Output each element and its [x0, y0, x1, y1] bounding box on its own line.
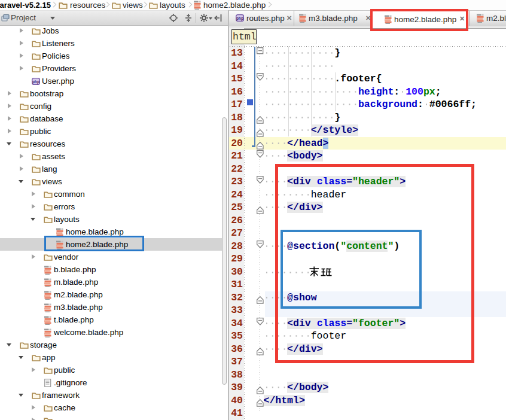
svg-text:php: php [32, 79, 39, 84]
svg-text:php: php [236, 16, 243, 21]
